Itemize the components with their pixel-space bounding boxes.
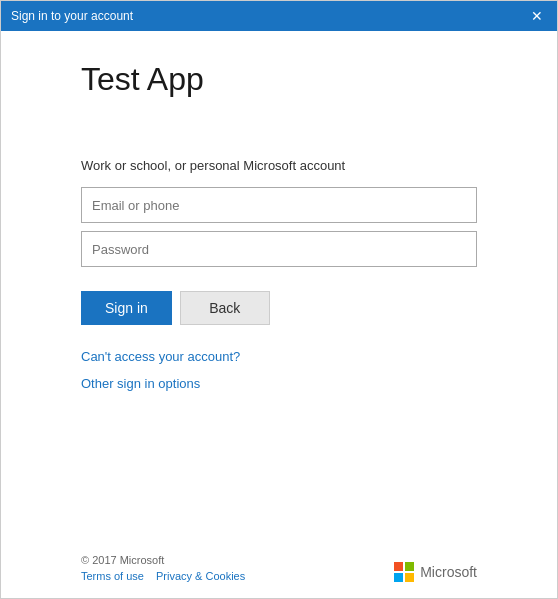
microsoft-brand-text: Microsoft — [420, 564, 477, 580]
content-area: Test App Work or school, or personal Mic… — [1, 31, 557, 544]
footer-links: Terms of use Privacy & Cookies — [81, 570, 245, 582]
password-field[interactable] — [81, 231, 477, 267]
subtitle: Work or school, or personal Microsoft ac… — [81, 158, 477, 173]
close-button[interactable]: ✕ — [527, 7, 547, 25]
ms-yellow-square — [405, 573, 414, 582]
footer-left: © 2017 Microsoft Terms of use Privacy & … — [81, 554, 245, 582]
titlebar: Sign in to your account ✕ — [1, 1, 557, 31]
microsoft-logo: Microsoft — [394, 562, 477, 582]
back-button[interactable]: Back — [180, 291, 270, 325]
app-title: Test App — [81, 61, 477, 98]
ms-squares-icon — [394, 562, 414, 582]
footer: © 2017 Microsoft Terms of use Privacy & … — [1, 544, 557, 598]
window: Sign in to your account ✕ Test App Work … — [0, 0, 558, 599]
copyright-text: © 2017 Microsoft — [81, 554, 245, 566]
ms-red-square — [394, 562, 403, 571]
email-field[interactable] — [81, 187, 477, 223]
ms-blue-square — [394, 573, 403, 582]
links-section: Can't access your account? Other sign in… — [81, 349, 477, 399]
ms-green-square — [405, 562, 414, 571]
buttons-row: Sign in Back — [81, 291, 477, 325]
cant-access-link[interactable]: Can't access your account? — [81, 349, 477, 364]
terms-link[interactable]: Terms of use — [81, 570, 144, 582]
other-signin-link[interactable]: Other sign in options — [81, 376, 477, 391]
titlebar-title: Sign in to your account — [11, 9, 133, 23]
privacy-link[interactable]: Privacy & Cookies — [156, 570, 245, 582]
signin-button[interactable]: Sign in — [81, 291, 172, 325]
